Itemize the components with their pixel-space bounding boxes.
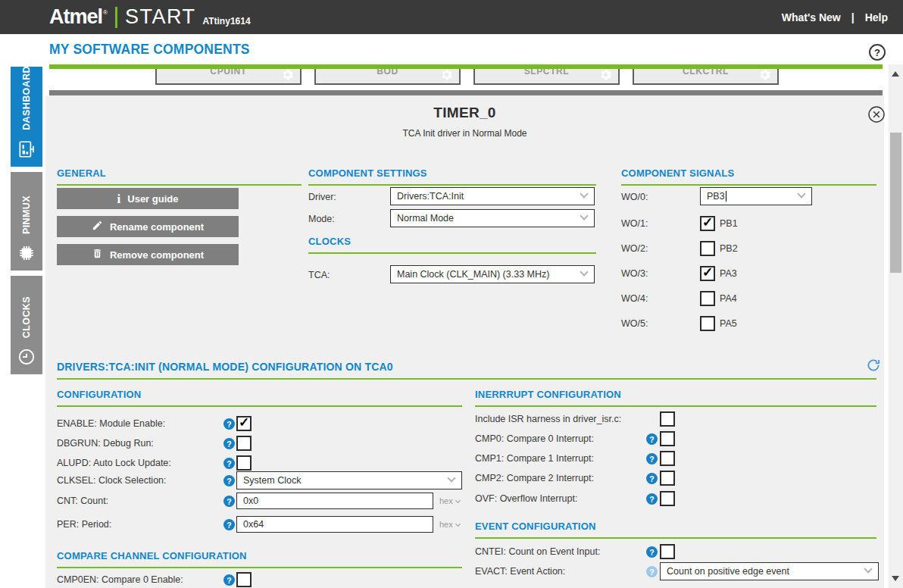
tca-clock-select[interactable]: Main Clock (CLK_MAIN) (3.33 MHz) [390, 265, 595, 283]
help-icon[interactable]: ? [646, 546, 658, 558]
per-input-value: 0x64 [243, 519, 264, 530]
help-icon[interactable]: ? [223, 438, 235, 449]
atmel-logo: Atmel [49, 5, 102, 29]
pencil-icon [92, 220, 103, 233]
cmp2-interrupt-label: CMP2: Compare 2 Interrupt: [475, 473, 594, 483]
enable-checkbox[interactable] [236, 416, 252, 431]
component-signals-heading: COMPONENT SIGNALS [621, 167, 876, 186]
help-icon[interactable]: ? [223, 519, 235, 530]
cmp1-interrupt-label: CMP1: Compare 1 Interrupt: [475, 453, 594, 464]
sidebar-tab-clocks[interactable]: CLOCKS [11, 276, 42, 374]
cmp0en-label: CMP0EN: Compare 0 Enable: [57, 574, 183, 585]
button-label: User guide [127, 193, 178, 205]
help-icon[interactable]: ? [223, 418, 235, 430]
rename-component-button[interactable]: Rename component [57, 216, 239, 237]
tca-clock-select-value: Main Clock (CLK_MAIN) (3.33 MHz) [397, 269, 549, 280]
start-wordmark: START [125, 5, 196, 29]
gear-icon[interactable] [598, 67, 613, 82]
chevron-down-icon [797, 189, 805, 198]
scroll-down-icon[interactable] [892, 576, 899, 581]
wo2-checkbox[interactable] [700, 241, 715, 256]
trash-icon [92, 248, 103, 261]
help-icon[interactable]: ? [223, 574, 235, 586]
device-name: ATtiny1614 [202, 16, 250, 27]
close-icon[interactable] [868, 106, 885, 123]
help-link[interactable]: Help [865, 11, 888, 23]
cmp0-interrupt-label: CMP0: Compare 0 Interrupt: [475, 433, 594, 444]
cnt-label: CNT: Count: [57, 496, 108, 506]
clksel-select-value: System Clock [243, 475, 301, 486]
vertical-scrollbar[interactable] [889, 64, 903, 588]
chevron-down-icon [580, 211, 588, 220]
mode-select[interactable]: Normal Mode [390, 209, 595, 227]
top-links: What's New | Help [782, 11, 888, 23]
remove-component-button[interactable]: Remove component [57, 244, 239, 265]
wo5-checkbox[interactable] [700, 316, 715, 331]
wo2-label: WO/2: [621, 243, 648, 254]
ovf-interrupt-label: OVF: Overflow Interrupt: [475, 493, 577, 504]
wo4-pin-name: PA4 [720, 293, 737, 304]
wo0-pin-combobox[interactable]: PB3 [700, 187, 812, 205]
cnt-input[interactable]: 0x0 [236, 493, 433, 509]
gear-icon[interactable] [280, 67, 295, 82]
hex-format-label: hex [439, 520, 453, 529]
wo1-checkbox[interactable] [700, 216, 715, 231]
ovf-interrupt-checkbox[interactable] [660, 491, 675, 506]
info-icon: i [117, 192, 121, 205]
cntei-checkbox[interactable] [660, 544, 675, 559]
isr-harness-checkbox[interactable] [660, 411, 675, 427]
wo3-pin-name: PA3 [720, 268, 737, 279]
dashboard-icon [17, 139, 36, 159]
page-help-icon[interactable]: ? [869, 44, 886, 61]
dbgrun-checkbox[interactable] [236, 436, 252, 451]
sidebar-tab-pinmux[interactable]: PINMUX [11, 172, 42, 271]
evact-select[interactable]: Count on positive edge event [660, 562, 879, 580]
gear-icon[interactable] [758, 67, 772, 82]
wo1-pin-name: PB1 [720, 218, 738, 229]
isr-harness-label: Include ISR harness in driver_isr.c: [475, 414, 621, 424]
wo0-label: WO/0: [621, 192, 648, 202]
cnt-hex-format-toggle[interactable]: hex [439, 496, 460, 505]
cmp1-interrupt-checkbox[interactable] [660, 451, 675, 466]
help-icon[interactable]: ? [223, 475, 235, 486]
chevron-down-icon [447, 474, 455, 482]
help-icon-disabled: ? [646, 566, 658, 577]
scrollbar-thumb[interactable] [890, 133, 901, 273]
top-links-divider: | [851, 11, 855, 23]
sidebar-tab-dashboard[interactable]: DASHBOARD [11, 67, 42, 167]
chevron-down-icon [580, 267, 588, 276]
cmp2-interrupt-checkbox[interactable] [660, 471, 675, 486]
refresh-icon[interactable] [866, 358, 881, 373]
per-hex-format-toggle[interactable]: hex [439, 520, 460, 529]
help-icon[interactable]: ? [223, 496, 235, 507]
configuration-heading: CONFIGURATION [57, 389, 462, 407]
help-icon[interactable]: ? [646, 433, 658, 445]
help-icon[interactable]: ? [646, 473, 658, 484]
help-icon[interactable]: ? [223, 458, 235, 469]
interrupt-config-heading: INERRRUPT CONFIGURATION [475, 389, 876, 407]
wo4-label: WO/4: [621, 293, 648, 304]
component-settings-heading: COMPONENT SETTINGS [308, 167, 596, 186]
wo3-checkbox[interactable] [700, 266, 715, 281]
driver-select[interactable]: Drivers:TCA:Init [390, 187, 595, 205]
clksel-select[interactable]: System Clock [236, 471, 462, 489]
logo-divider [115, 7, 117, 28]
gear-icon[interactable] [439, 67, 454, 82]
driver-select-value: Drivers:TCA:Init [397, 191, 464, 202]
help-icon[interactable]: ? [646, 493, 658, 505]
clock-icon [17, 347, 36, 367]
wo4-checkbox[interactable] [700, 291, 715, 306]
alupd-label: ALUPD: Auto Lock Update: [57, 458, 171, 468]
cmp0-interrupt-checkbox[interactable] [660, 431, 675, 446]
user-guide-button[interactable]: i User guide [57, 188, 239, 209]
cmp0en-checkbox[interactable] [236, 572, 252, 587]
per-input[interactable]: 0x64 [236, 516, 433, 533]
help-icon[interactable]: ? [646, 453, 658, 464]
green-accent-bar [49, 64, 883, 69]
scroll-up-icon[interactable] [892, 71, 899, 77]
chevron-down-icon [455, 521, 461, 526]
chevron-down-icon [580, 189, 588, 198]
tca-label: TCA: [308, 270, 330, 280]
alupd-checkbox[interactable] [236, 455, 252, 471]
whats-new-link[interactable]: What's New [782, 11, 841, 23]
